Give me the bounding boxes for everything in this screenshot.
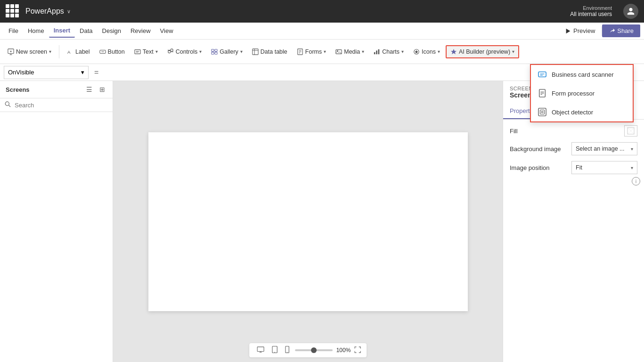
svg-rect-16 — [212, 49, 214, 51]
screens-list-view-icon[interactable]: ☰ — [84, 85, 94, 94]
image-position-row: Image position Fit ▾ — [510, 161, 637, 174]
left-panel: Screens ☰ ⊞ — [0, 81, 113, 362]
svg-rect-51 — [538, 108, 546, 116]
apps-grid-icon[interactable] — [6, 4, 20, 18]
object-detector-icon — [538, 107, 547, 117]
menu-home[interactable]: Home — [23, 24, 49, 37]
zoom-slider[interactable] — [295, 349, 333, 351]
formula-equals: = — [91, 68, 101, 77]
svg-rect-52 — [540, 110, 545, 114]
environment-label: Environment — [583, 5, 612, 11]
svg-marker-33 — [415, 50, 418, 53]
charts-button[interactable]: Charts ▾ — [370, 46, 408, 57]
main-layout: Screens ☰ ⊞ — [0, 81, 644, 362]
phone-view-button[interactable] — [283, 345, 291, 355]
svg-rect-29 — [374, 52, 375, 54]
zoom-label: 100% — [336, 347, 351, 354]
background-image-row: Background image Select an image ... ▾ — [510, 142, 637, 155]
svg-line-35 — [9, 105, 11, 107]
tablet-view-button[interactable] — [270, 345, 279, 355]
svg-point-15 — [171, 48, 173, 51]
formula-dropdown[interactable]: OnVisible ▾ — [4, 66, 89, 79]
search-input[interactable] — [15, 102, 108, 109]
ai-builder-dropdown: Business card scanner Form processor Obj… — [530, 64, 634, 122]
svg-rect-31 — [378, 49, 380, 54]
form-processor-icon — [538, 88, 547, 98]
svg-rect-20 — [253, 48, 258, 54]
menu-file[interactable]: File — [4, 24, 23, 37]
canvas-screen[interactable] — [148, 132, 468, 311]
ai-builder-button[interactable]: AI Builder (preview) ▾ — [446, 45, 519, 58]
image-position-label: Image position — [510, 164, 550, 171]
svg-rect-19 — [215, 52, 217, 54]
svg-rect-18 — [212, 52, 214, 54]
menu-review[interactable]: Review — [126, 24, 155, 37]
object-detector-item[interactable]: Object detector — [531, 103, 633, 121]
form-processor-item[interactable]: Form processor — [531, 84, 633, 103]
menu-data[interactable]: Data — [75, 24, 97, 37]
business-card-scanner-item[interactable]: Business card scanner — [531, 65, 633, 84]
app-title-chevron[interactable]: ∨ — [67, 8, 71, 15]
svg-point-53 — [541, 111, 543, 113]
screens-icons: ☰ ⊞ — [84, 85, 107, 94]
fill-swatch[interactable] — [624, 125, 637, 137]
gallery-button[interactable]: Gallery ▾ — [207, 46, 246, 57]
expand-icon[interactable] — [354, 346, 361, 354]
svg-point-40 — [274, 352, 275, 353]
ribbon: New screen ▾ A Label Button Text ▾ Contr… — [0, 40, 644, 64]
screens-grid-view-icon[interactable]: ⊞ — [98, 85, 107, 94]
right-panel: SCREEN Screen1 Properties Rules Advanced… — [503, 81, 644, 362]
button-ribbon-button[interactable]: Button — [96, 46, 129, 57]
screens-title: Screens — [6, 86, 30, 93]
svg-rect-17 — [215, 49, 217, 51]
search-bar — [0, 98, 113, 112]
new-screen-button[interactable]: New screen ▾ — [4, 46, 55, 57]
menu-view[interactable]: View — [155, 24, 178, 37]
svg-marker-0 — [566, 28, 571, 33]
svg-rect-36 — [257, 346, 264, 351]
label-button[interactable]: A Label — [63, 46, 94, 57]
screens-header: Screens ☰ ⊞ — [0, 81, 113, 98]
user-avatar[interactable] — [623, 4, 638, 19]
search-icon — [5, 101, 11, 109]
props-content: Fill Background image Select an image ..… — [503, 120, 644, 362]
app-name: PowerApps — [25, 7, 64, 16]
desktop-view-button[interactable] — [255, 346, 266, 355]
svg-rect-9 — [135, 49, 140, 54]
svg-point-34 — [5, 102, 9, 105]
forms-button[interactable]: Forms ▾ — [293, 46, 330, 57]
title-bar: PowerApps ∨ Environment All internal use… — [0, 0, 644, 23]
icons-button[interactable]: Icons ▾ — [409, 46, 444, 57]
info-button[interactable]: i — [632, 177, 640, 185]
canvas-area: 100% — [113, 81, 503, 362]
environment-section: Environment All internal users — [570, 5, 612, 17]
preview-button[interactable]: Preview — [558, 24, 602, 37]
canvas-bottom-bar: 100% — [249, 343, 367, 357]
menu-design[interactable]: Design — [98, 24, 126, 37]
svg-rect-41 — [285, 346, 289, 353]
menu-bar: File Home Insert Data Design Review View… — [0, 23, 644, 40]
background-image-dropdown[interactable]: Select an image ... ▾ — [571, 142, 637, 155]
fill-label: Fill — [510, 128, 518, 135]
fill-row: Fill — [510, 125, 637, 137]
data-table-button[interactable]: Data table — [248, 46, 291, 57]
svg-text:A: A — [67, 49, 71, 54]
text-button[interactable]: Text ▾ — [130, 46, 162, 57]
svg-rect-30 — [376, 50, 378, 54]
environment-value: All internal users — [570, 11, 612, 17]
svg-rect-44 — [538, 72, 546, 77]
image-position-dropdown[interactable]: Fit ▾ — [571, 161, 637, 174]
menu-insert[interactable]: Insert — [49, 24, 75, 38]
share-button[interactable]: Share — [602, 24, 640, 37]
app-title: PowerApps ∨ — [25, 7, 71, 16]
business-card-icon — [538, 70, 547, 79]
controls-button[interactable]: Controls ▾ — [163, 46, 206, 57]
media-button[interactable]: Media ▾ — [332, 46, 368, 57]
svg-point-42 — [286, 352, 287, 352]
background-image-label: Background image — [510, 145, 561, 153]
svg-point-12 — [168, 50, 170, 53]
